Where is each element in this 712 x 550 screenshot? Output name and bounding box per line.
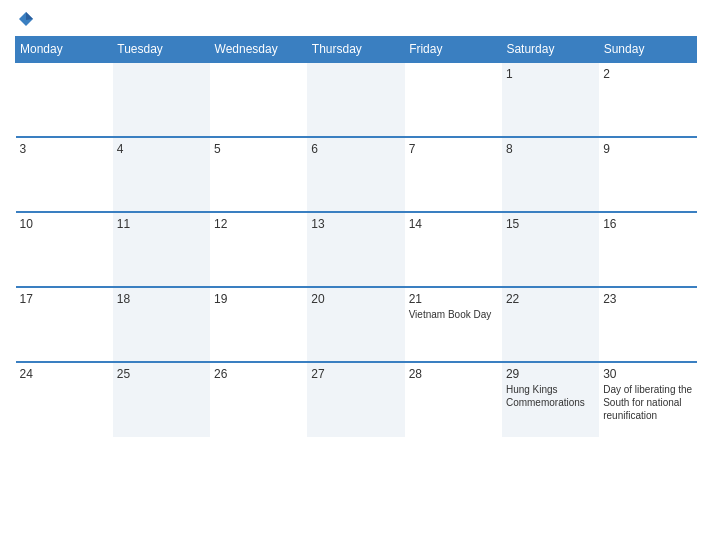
calendar-cell: 28	[405, 362, 502, 437]
calendar-cell: 10	[16, 212, 113, 287]
calendar-cell	[405, 62, 502, 137]
calendar-row: 10111213141516	[16, 212, 697, 287]
day-number: 22	[506, 292, 595, 306]
day-number: 8	[506, 142, 595, 156]
calendar-row: 12	[16, 62, 697, 137]
day-event: Day of liberating the South for national…	[603, 384, 692, 421]
day-number: 9	[603, 142, 692, 156]
weekday-header: Friday	[405, 37, 502, 63]
day-number: 29	[506, 367, 595, 381]
day-number: 7	[409, 142, 498, 156]
weekday-header: Wednesday	[210, 37, 307, 63]
calendar-cell	[307, 62, 404, 137]
day-number: 28	[409, 367, 498, 381]
calendar-cell: 19	[210, 287, 307, 362]
day-number: 4	[117, 142, 206, 156]
calendar-cell: 2	[599, 62, 696, 137]
calendar-cell: 16	[599, 212, 696, 287]
calendar-table: MondayTuesdayWednesdayThursdayFridaySatu…	[15, 36, 697, 437]
calendar-cell: 6	[307, 137, 404, 212]
calendar-body: 123456789101112131415161718192021Vietnam…	[16, 62, 697, 437]
weekday-header: Thursday	[307, 37, 404, 63]
day-number: 30	[603, 367, 692, 381]
day-number: 10	[20, 217, 109, 231]
calendar-cell: 4	[113, 137, 210, 212]
calendar-cell: 3	[16, 137, 113, 212]
calendar-cell: 12	[210, 212, 307, 287]
day-number: 23	[603, 292, 692, 306]
calendar-cell: 1	[502, 62, 599, 137]
calendar-cell: 7	[405, 137, 502, 212]
calendar-cell: 8	[502, 137, 599, 212]
calendar-cell: 13	[307, 212, 404, 287]
header	[15, 10, 697, 28]
day-number: 20	[311, 292, 400, 306]
day-number: 6	[311, 142, 400, 156]
calendar-cell: 22	[502, 287, 599, 362]
day-number: 12	[214, 217, 303, 231]
calendar-cell: 26	[210, 362, 307, 437]
svg-marker-1	[26, 12, 33, 20]
day-number: 27	[311, 367, 400, 381]
calendar-cell: 24	[16, 362, 113, 437]
calendar-cell: 29Hung Kings Commemorations	[502, 362, 599, 437]
calendar-cell: 30Day of liberating the South for nation…	[599, 362, 696, 437]
calendar-cell: 25	[113, 362, 210, 437]
calendar-cell: 11	[113, 212, 210, 287]
calendar-cell: 18	[113, 287, 210, 362]
calendar-row: 1718192021Vietnam Book Day2223	[16, 287, 697, 362]
day-event: Vietnam Book Day	[409, 309, 492, 320]
day-number: 18	[117, 292, 206, 306]
day-number: 5	[214, 142, 303, 156]
calendar-header: MondayTuesdayWednesdayThursdayFridaySatu…	[16, 37, 697, 63]
calendar-cell: 9	[599, 137, 696, 212]
calendar-cell: 5	[210, 137, 307, 212]
weekday-row: MondayTuesdayWednesdayThursdayFridaySatu…	[16, 37, 697, 63]
calendar-cell: 14	[405, 212, 502, 287]
calendar-cell: 15	[502, 212, 599, 287]
calendar-row: 3456789	[16, 137, 697, 212]
day-number: 11	[117, 217, 206, 231]
day-number: 15	[506, 217, 595, 231]
calendar-cell: 27	[307, 362, 404, 437]
calendar-cell: 17	[16, 287, 113, 362]
day-event: Hung Kings Commemorations	[506, 384, 585, 408]
calendar-cell	[113, 62, 210, 137]
logo	[15, 10, 37, 28]
calendar-row: 242526272829Hung Kings Commemorations30D…	[16, 362, 697, 437]
day-number: 16	[603, 217, 692, 231]
weekday-header: Tuesday	[113, 37, 210, 63]
day-number: 14	[409, 217, 498, 231]
weekday-header: Saturday	[502, 37, 599, 63]
weekday-header: Sunday	[599, 37, 696, 63]
calendar-cell: 23	[599, 287, 696, 362]
day-number: 26	[214, 367, 303, 381]
day-number: 25	[117, 367, 206, 381]
day-number: 1	[506, 67, 595, 81]
page: MondayTuesdayWednesdayThursdayFridaySatu…	[0, 0, 712, 550]
day-number: 2	[603, 67, 692, 81]
calendar-cell: 20	[307, 287, 404, 362]
day-number: 3	[20, 142, 109, 156]
calendar-cell	[16, 62, 113, 137]
logo-icon	[17, 10, 35, 28]
calendar-cell: 21Vietnam Book Day	[405, 287, 502, 362]
day-number: 19	[214, 292, 303, 306]
day-number: 17	[20, 292, 109, 306]
day-number: 21	[409, 292, 498, 306]
day-number: 24	[20, 367, 109, 381]
calendar-cell	[210, 62, 307, 137]
day-number: 13	[311, 217, 400, 231]
weekday-header: Monday	[16, 37, 113, 63]
